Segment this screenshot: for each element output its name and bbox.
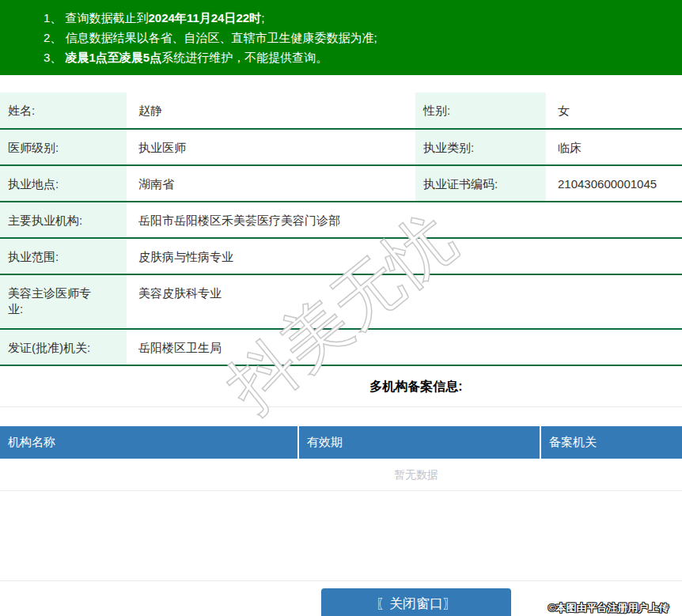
field-value-practice-place: 湖南省	[127, 165, 415, 202]
table-row: 执业地点: 湖南省 执业证书编码: 210430600001045	[0, 165, 682, 202]
notice-line-3: 3、 凌晨1点至凌晨5点系统进行维护，不能提供查询。	[44, 47, 682, 67]
table-row: 姓名: 赵静 性别: 女	[0, 93, 682, 129]
empty-data-placeholder: 暂无数据	[0, 459, 682, 491]
field-label-cosmetic-specialty: 美容主诊医师专业:	[0, 274, 127, 329]
table-row: 医师级别: 执业医师 执业类别: 临床	[0, 129, 682, 165]
field-label-doctor-level: 医师级别:	[0, 129, 127, 165]
notice-line-2: 2、 信息数据结果以各省、自治区、直辖市卫生健康委数据为准;	[44, 28, 682, 47]
records-table-header: 机构名称 有效期 备案机关	[0, 426, 682, 459]
column-header-institution-name: 机构名称	[0, 426, 299, 459]
table-row: 主要执业机构: 岳阳市岳阳楼区禾美荟医疗美容门诊部	[0, 202, 682, 238]
column-header-validity-period: 有效期	[299, 426, 541, 459]
table-row: 美容主诊医师专业: 美容皮肤科专业	[0, 274, 682, 329]
upload-stamp-text: ©本图由平台注册用户上传	[548, 601, 669, 615]
field-label-practice-category: 执业类别:	[415, 129, 546, 165]
notice-text: ;	[261, 11, 264, 25]
field-value-name: 赵静	[127, 93, 415, 129]
field-label-name: 姓名:	[0, 93, 127, 129]
field-value-main-institution: 岳阳市岳阳楼区禾美荟医疗美容门诊部	[127, 202, 682, 238]
multi-institution-section-title: 多机构备案信息:	[0, 366, 682, 406]
notice-line-1: 1、 查询数据截止到2024年11月24日22时;	[44, 8, 682, 28]
field-value-practice-category: 临床	[546, 129, 682, 165]
close-window-button[interactable]: 〖关闭窗口〗	[321, 588, 511, 616]
notice-banner: 1、 查询数据截止到2024年11月24日22时; 2、 信息数据结果以各省、自…	[0, 0, 682, 75]
doctor-info-table: 姓名: 赵静 性别: 女 医师级别: 执业医师 执业类别: 临床 执业地点: 湖…	[0, 93, 682, 366]
notice-bold-text: 2024年11月24日22时	[149, 11, 262, 25]
notice-text: 系统进行维护，不能提供查询。	[161, 51, 328, 64]
divider	[0, 580, 682, 581]
notice-text: 3、	[44, 51, 66, 64]
field-label-issuing-authority: 发证(批准)机关:	[0, 329, 127, 365]
table-row: 发证(批准)机关: 岳阳楼区卫生局	[0, 329, 682, 365]
field-value-cosmetic-specialty: 美容皮肤科专业	[127, 274, 682, 329]
notice-text: 1、 查询数据截止到	[44, 11, 149, 25]
field-value-certificate-no: 210430600001045	[546, 165, 682, 202]
notice-text: 2、 信息数据结果以各省、自治区、直辖市卫生健康委数据为准;	[44, 31, 377, 44]
field-label-practice-place: 执业地点:	[0, 165, 127, 202]
column-header-record-authority: 备案机关	[541, 426, 682, 459]
query-result-page: 1、 查询数据截止到2024年11月24日22时; 2、 信息数据结果以各省、自…	[0, 0, 682, 616]
field-label-practice-scope: 执业范围:	[0, 238, 127, 274]
field-value-issuing-authority: 岳阳楼区卫生局	[127, 329, 682, 365]
field-label-main-institution: 主要执业机构:	[0, 202, 127, 238]
field-value-doctor-level: 执业医师	[127, 129, 415, 165]
field-value-gender: 女	[546, 93, 682, 129]
notice-bold-text: 凌晨1点至凌晨5点	[66, 51, 162, 64]
spacer	[0, 491, 682, 580]
divider	[0, 406, 682, 407]
table-row: 执业范围: 皮肤病与性病专业	[0, 238, 682, 274]
field-value-practice-scope: 皮肤病与性病专业	[127, 238, 682, 274]
field-label-certificate-no: 执业证书编码:	[415, 165, 546, 202]
field-label-gender: 性别:	[415, 93, 546, 129]
